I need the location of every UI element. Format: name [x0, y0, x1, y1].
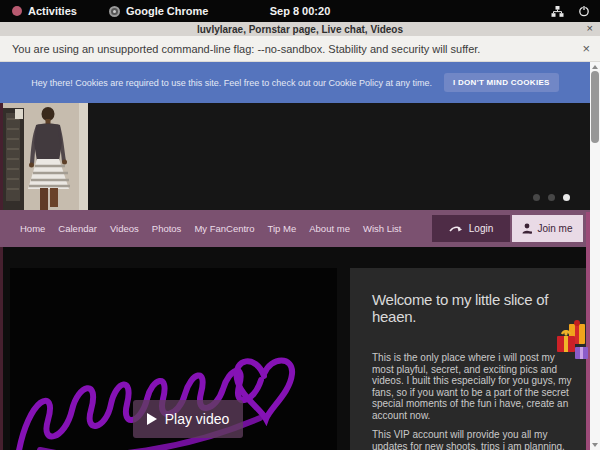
page-scrollbar[interactable] [590, 62, 600, 450]
infobar-close-icon[interactable]: × [582, 41, 590, 56]
cookie-message: Hey there! Cookies are required to use t… [31, 78, 432, 88]
scrollbar-down-icon[interactable] [592, 443, 598, 447]
welcome-paragraph-2: This VIP account will provide you all my… [372, 429, 577, 450]
activities-icon [12, 6, 22, 16]
model-photo [3, 103, 88, 210]
cookie-banner: Hey there! Cookies are required to use t… [0, 62, 590, 103]
nav-item-calendar[interactable]: Calendar [58, 223, 97, 234]
power-icon[interactable] [578, 5, 590, 17]
login-button[interactable]: Login [432, 215, 510, 242]
nav-item-aboutme[interactable]: About me [309, 223, 350, 234]
nav-links: Home Calendar Videos Photos My FanCentro… [20, 223, 401, 234]
welcome-heading: Welcome to my little slice of heaen. [372, 291, 577, 325]
intro-video[interactable]: Play video [10, 268, 337, 450]
carousel-dot[interactable] [533, 194, 540, 201]
desktop-screen: Activities Google Chrome Sep 8 00:20 luv… [0, 0, 600, 450]
login-arrow-icon [449, 224, 463, 234]
scrollbar-up-icon[interactable] [592, 65, 598, 69]
browser-viewport: Hey there! Cookies are required to use t… [0, 62, 600, 450]
play-icon [147, 413, 157, 425]
carousel-dot[interactable] [548, 194, 555, 201]
nav-item-tipme[interactable]: Tip Me [268, 223, 297, 234]
hero-banner [3, 103, 590, 210]
site-navbar: Home Calendar Videos Photos My FanCentro… [0, 210, 590, 247]
nav-item-home[interactable]: Home [20, 223, 45, 234]
nav-item-videos[interactable]: Videos [110, 223, 139, 234]
nav-item-fancentro[interactable]: My FanCentro [194, 223, 254, 234]
join-button[interactable]: Join me [512, 215, 583, 242]
play-video-label: Play video [165, 411, 230, 427]
activities-label: Activities [28, 5, 77, 17]
login-label: Login [469, 223, 493, 234]
scrollbar-thumb[interactable] [591, 71, 599, 143]
user-icon [522, 223, 532, 234]
gifts-widget-icon[interactable] [556, 320, 590, 366]
nav-item-photos[interactable]: Photos [152, 223, 182, 234]
network-icon[interactable] [551, 5, 564, 18]
clock[interactable]: Sep 8 00:20 [0, 5, 600, 17]
join-label: Join me [537, 223, 572, 234]
activities-button[interactable]: Activities [12, 5, 77, 17]
welcome-paragraph-1: This is the only place where i will post… [372, 352, 577, 421]
play-video-button[interactable]: Play video [133, 400, 243, 438]
app-menu-button[interactable]: Google Chrome [109, 5, 209, 17]
app-menu-label: Google Chrome [126, 5, 209, 17]
window-close-icon[interactable]: × [587, 22, 593, 36]
nav-item-wishlist[interactable]: Wish List [363, 223, 402, 234]
webpage: Hey there! Cookies are required to use t… [0, 62, 590, 450]
gnome-top-bar: Activities Google Chrome Sep 8 00:20 [0, 0, 600, 22]
window-title-bar[interactable]: luvlylarae, Pornstar page, Live chat, Vi… [0, 22, 600, 36]
window-title: luvlylarae, Pornstar page, Live chat, Vi… [197, 24, 403, 35]
welcome-panel: Welcome to my little slice of heaen. Thi… [350, 268, 586, 450]
carousel-dots [533, 194, 570, 201]
chrome-icon [109, 6, 120, 17]
infobar-message: You are using an unsupported command-lin… [12, 43, 480, 55]
carousel-dot-active[interactable] [563, 194, 570, 201]
cookie-accept-button[interactable]: I DON'T MIND COOKIES [444, 73, 559, 92]
chrome-infobar: You are using an unsupported command-lin… [0, 36, 600, 62]
